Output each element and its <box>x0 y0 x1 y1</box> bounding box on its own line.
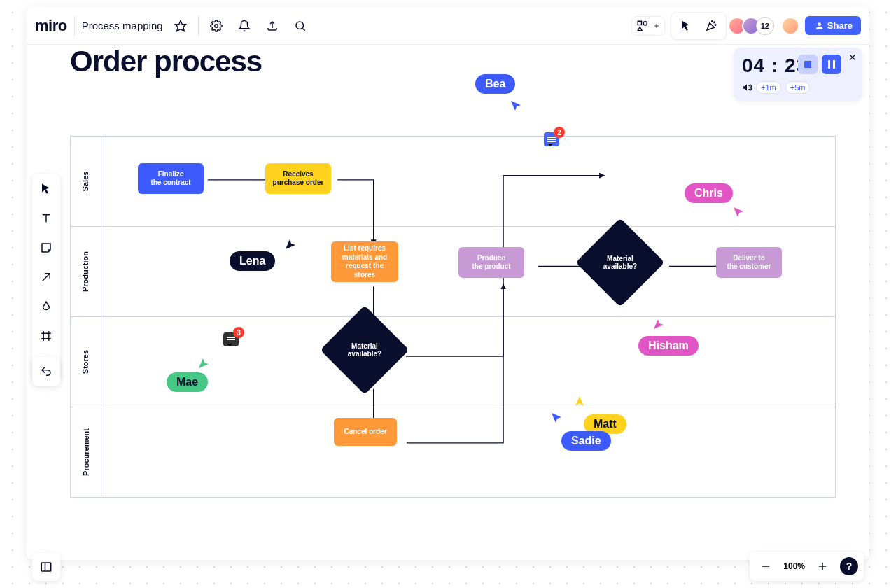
facilitation-chip <box>671 12 727 40</box>
lane-label: Sales <box>82 172 90 192</box>
comment-count-badge: 3 <box>233 327 244 338</box>
node-list-materials[interactable]: List requires materials and request the … <box>331 241 398 282</box>
undo-toolbar <box>32 357 60 386</box>
minimap-button[interactable] <box>32 553 60 581</box>
svg-line-4 <box>302 28 304 30</box>
star-icon[interactable] <box>170 15 191 36</box>
lane-label: Production <box>82 251 90 292</box>
avatar-self[interactable] <box>781 17 799 35</box>
zoom-controls: 100% ? <box>750 552 864 581</box>
logo[interactable]: miro <box>35 17 67 35</box>
svg-point-1 <box>214 24 218 27</box>
svg-point-6 <box>643 21 647 24</box>
select-tool-icon[interactable] <box>36 179 56 199</box>
share-label: Share <box>827 20 853 31</box>
node-material-available-1[interactable]: Material available? <box>333 318 396 382</box>
left-toolbar: » <box>32 174 60 381</box>
plus-icon <box>653 22 660 29</box>
cursor-icon <box>550 412 563 424</box>
lane-procurement: Procurement <box>71 407 835 498</box>
undo-icon[interactable] <box>36 361 57 382</box>
text-tool-icon[interactable] <box>36 209 56 228</box>
cursor-icon <box>732 206 745 218</box>
svg-rect-5 <box>638 21 641 24</box>
help-button[interactable]: ? <box>840 557 858 575</box>
divider <box>198 16 199 36</box>
confetti-icon[interactable] <box>701 15 722 36</box>
diamond-label: Material available? <box>589 231 652 294</box>
cursor-icon <box>652 318 665 330</box>
svg-marker-7 <box>638 27 642 30</box>
shapes-icon <box>636 20 649 32</box>
cursor-icon <box>197 357 210 370</box>
pointer-mode-icon[interactable] <box>676 15 696 36</box>
cursor-tag-hisham: Hisham <box>638 336 699 356</box>
zoom-out-button[interactable] <box>755 556 776 577</box>
zoom-in-button[interactable] <box>812 556 833 577</box>
cursor-tag-lena: Lena <box>230 251 275 271</box>
panel-icon <box>40 561 52 573</box>
export-icon[interactable] <box>262 15 283 36</box>
settings-icon[interactable] <box>206 15 227 36</box>
cursor-icon <box>510 99 522 112</box>
svg-point-12 <box>712 20 713 22</box>
avatar-overflow-count[interactable]: 12 <box>756 17 774 35</box>
pen-tool-icon[interactable] <box>36 297 56 316</box>
arrow-tool-icon[interactable] <box>36 267 56 287</box>
lane-label: Stores <box>82 350 90 374</box>
search-icon[interactable] <box>290 15 311 36</box>
comment-count-badge: 2 <box>554 127 565 138</box>
svg-point-10 <box>714 22 715 23</box>
app-frame: miro Process mapping <box>27 7 869 560</box>
divider <box>74 16 75 36</box>
svg-marker-0 <box>175 20 186 31</box>
close-icon[interactable]: ✕ <box>848 52 857 63</box>
board-name[interactable]: Process mapping <box>82 20 163 31</box>
svg-point-11 <box>715 24 716 25</box>
comment-bubble[interactable]: 2 <box>544 132 559 146</box>
cursor-tag-chris: Chris <box>685 183 733 203</box>
node-finalize-contract[interactable]: Finalize the contract <box>138 163 204 194</box>
diagram-title[interactable]: Order process <box>70 45 836 78</box>
comment-bubble[interactable]: 3 <box>223 332 239 346</box>
node-cancel-order[interactable]: Cancel order <box>334 418 397 446</box>
cursor-icon <box>574 395 587 407</box>
cursor-tag-bea: Bea <box>475 74 515 94</box>
node-material-available-2[interactable]: Material available? <box>589 231 652 294</box>
cursor-tag-mae: Mae <box>167 372 208 392</box>
presence-avatars[interactable]: 12 <box>732 17 774 35</box>
node-receives-po[interactable]: Receives purchase order <box>265 163 331 194</box>
person-add-icon <box>813 21 823 31</box>
share-button[interactable]: Share <box>805 16 861 35</box>
frame-tool-icon[interactable] <box>36 326 56 346</box>
node-produce-product[interactable]: Produce the product <box>458 247 524 278</box>
svg-line-23 <box>43 274 50 281</box>
zoom-level[interactable]: 100% <box>783 561 805 571</box>
cursor-icon <box>284 238 297 251</box>
node-deliver-customer[interactable]: Deliver to the customer <box>716 247 782 278</box>
diamond-label: Material available? <box>333 318 396 382</box>
lane-label: Procurement <box>82 428 90 476</box>
topbar-right: 12 Share <box>631 12 861 40</box>
svg-rect-28 <box>41 563 51 571</box>
lane-stores: Stores <box>71 317 835 407</box>
svg-point-3 <box>296 22 304 29</box>
sticky-note-tool-icon[interactable] <box>36 238 56 258</box>
bell-icon[interactable] <box>234 15 255 36</box>
apps-chip[interactable] <box>631 16 665 36</box>
cursor-tag-sadie: Sadie <box>561 431 611 451</box>
board[interactable]: Order process Sales Production Stores Pr… <box>70 45 836 526</box>
topbar: miro Process mapping <box>27 7 869 45</box>
